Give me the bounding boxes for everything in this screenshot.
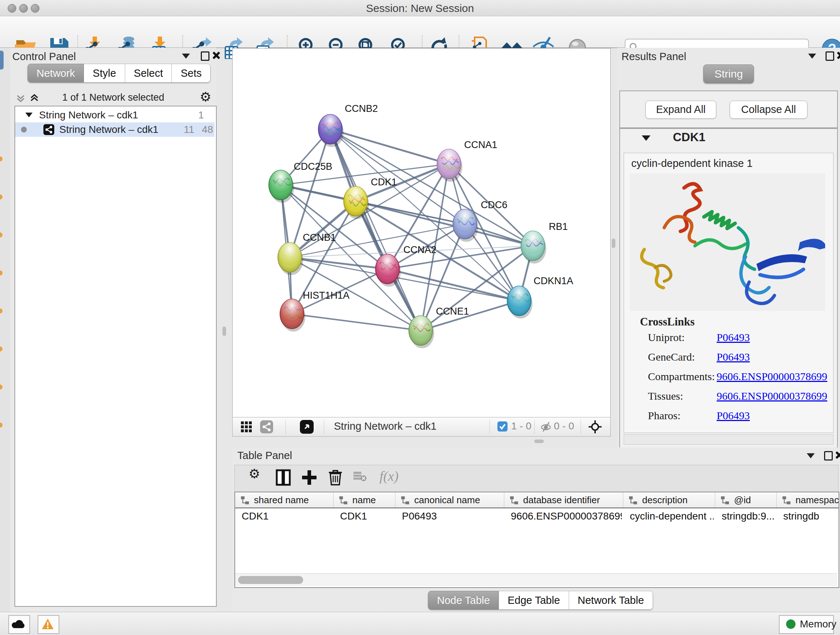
crosslink-link[interactable]: P06493 (717, 351, 750, 363)
crosslink-label: Tissues: (648, 390, 683, 402)
network-row-selected[interactable]: String Network – cdk1 11 48 (15, 122, 215, 137)
birdseye-view-icon[interactable] (300, 420, 314, 435)
warning-icon (41, 618, 54, 630)
network-edge[interactable] (290, 257, 387, 269)
table-hscrollbar-thumb[interactable] (238, 576, 303, 584)
network-node-CCNE1[interactable]: CCNE1 (409, 306, 469, 348)
table-cell[interactable]: stringdb (783, 510, 839, 524)
grid-view-icon[interactable] (240, 421, 252, 434)
control-panel: Control Panel NetworkStyleSelectSets 1 o… (10, 48, 216, 612)
tab-network-table[interactable]: Network Table (569, 591, 653, 610)
crosslink-link[interactable]: P06493 (717, 409, 750, 422)
table-cell[interactable]: CDK1 (242, 510, 332, 524)
add-column-icon[interactable] (301, 469, 319, 488)
tab-edge-table[interactable]: Edge Table (499, 591, 569, 610)
tab-node-table[interactable]: Node Table (428, 591, 499, 610)
column-header-id[interactable]: @id (715, 492, 777, 508)
crosslink-label: Uniprot: (648, 331, 685, 344)
control-panel-float-icon[interactable] (201, 51, 210, 61)
network-label: String Network – cdk1 (59, 122, 158, 137)
left-edge-gutter (0, 48, 11, 612)
delete-column-trash-icon[interactable] (327, 469, 346, 488)
cloud-button[interactable] (8, 615, 30, 634)
protein-name: CDK1 (673, 130, 706, 144)
node-label: HIST1H1A (303, 290, 349, 301)
selected-checkbox-icon[interactable] (497, 421, 508, 433)
control-panel-menu-icon[interactable] (182, 54, 190, 59)
crosslink-link[interactable]: 9606.ENSP00000378699 (717, 371, 827, 383)
column-header-canonicalname[interactable]: canonical name (395, 492, 504, 508)
network-view-toolbar: String Network – cdk1 1 - 0 0 - 0 (232, 417, 611, 437)
show-columns-icon[interactable] (275, 469, 294, 488)
column-header-namespace[interactable]: namespace (777, 492, 839, 508)
table-cell[interactable]: CDK1 (340, 510, 394, 524)
network-node-CDKN1A[interactable]: CDKN1A (507, 276, 573, 318)
right-splitter-handle[interactable] (612, 239, 615, 248)
crosslink-label: Compartments: (648, 371, 715, 383)
column-header-sharedname[interactable]: shared name (235, 492, 333, 508)
memory-button[interactable]: Memory (779, 615, 834, 634)
tab-sets[interactable]: Sets (172, 64, 210, 82)
network-node-CDC25B[interactable]: CDC25B (269, 161, 332, 203)
expand-all-button[interactable]: Expand All (645, 101, 716, 119)
tab-string[interactable]: String (703, 65, 754, 83)
tab-network[interactable]: Network (27, 64, 84, 82)
results-panel-menu-icon[interactable] (808, 54, 816, 59)
expand-all-tree-icon[interactable] (29, 93, 40, 105)
results-panel-float-icon[interactable] (826, 51, 834, 61)
network-tree: String Network – cdk1 1 String Network –… (14, 106, 217, 607)
protein-collapse-icon[interactable] (642, 135, 651, 141)
results-panel-close-icon[interactable] (836, 51, 840, 59)
network-node-CCNA1[interactable]: CCNA1 (437, 139, 497, 182)
table-cell[interactable]: P06493 (402, 510, 503, 524)
table-options-gear-icon[interactable]: ⚙ (248, 467, 267, 486)
warning-button[interactable] (38, 615, 59, 634)
network-edge[interactable] (421, 301, 519, 331)
main-toolbar: ? (0, 16, 840, 48)
network-edge[interactable] (330, 129, 449, 164)
node-label: RB1 (549, 221, 568, 232)
network-status-dot-icon (21, 127, 27, 133)
crosslink-label: GeneCard: (648, 351, 695, 363)
column-header-description[interactable]: description (623, 492, 715, 508)
network-canvas[interactable]: CCNB2 CCNA1 CDC25B CDK1 (232, 48, 611, 418)
horizontal-splitter-handle[interactable] (534, 440, 544, 443)
table-cell[interactable]: 9606.ENSP00000378699 (511, 510, 622, 524)
table-cell[interactable]: stringdb:9... (722, 510, 775, 524)
crosslink-link[interactable]: P06493 (717, 331, 750, 344)
collapse-all-button[interactable]: Collapse All (729, 101, 807, 119)
hidden-eye-slash-icon[interactable] (540, 421, 552, 434)
left-splitter-handle[interactable] (223, 326, 226, 336)
table-panel-close-icon[interactable] (835, 451, 840, 459)
table-panel-menu-icon[interactable] (807, 453, 815, 458)
center-view-crosshair-icon[interactable] (588, 420, 602, 435)
results-scroll-track[interactable] (624, 434, 834, 445)
tab-style[interactable]: Style (84, 64, 125, 82)
clipped-icon (0, 51, 4, 70)
network-options-gear-icon[interactable]: ⚙ (200, 90, 211, 103)
network-node-RB1[interactable]: RB1 (521, 221, 568, 264)
share-view-icon[interactable] (260, 420, 273, 435)
delete-table-icon (354, 472, 372, 491)
network-collection-row[interactable]: String Network – cdk1 1 (15, 108, 215, 122)
table-panel-float-icon[interactable] (824, 451, 833, 461)
string-network-icon (43, 124, 54, 139)
column-header-name[interactable]: name (333, 492, 395, 508)
network-edge[interactable] (292, 314, 421, 331)
crosslinks-title: CrossLinks (640, 315, 695, 328)
collection-count: 1 (198, 108, 204, 122)
table-hscrollbar[interactable] (235, 573, 837, 586)
collection-label: String Network – cdk1 (39, 108, 138, 122)
table-cell[interactable]: cyclin-dependent ... (630, 510, 714, 524)
control-panel-close-icon[interactable] (212, 51, 220, 59)
node-label: CCNB2 (345, 103, 378, 114)
control-panel-title: Control Panel (12, 51, 76, 63)
collapse-all-tree-icon[interactable] (15, 93, 26, 105)
clipped-icon (0, 347, 3, 352)
crosslink-link[interactable]: 9606.ENSP00000378699 (717, 390, 827, 402)
collection-expand-icon[interactable] (25, 112, 33, 117)
column-header-databaseidentifier[interactable]: database identifier (504, 492, 623, 508)
node-table[interactable]: shared namenamecanonical namedatabase id… (234, 492, 839, 588)
protein-section: CDK1 cyclin-dependent kinase 1 (619, 128, 838, 449)
tab-select[interactable]: Select (125, 64, 172, 82)
